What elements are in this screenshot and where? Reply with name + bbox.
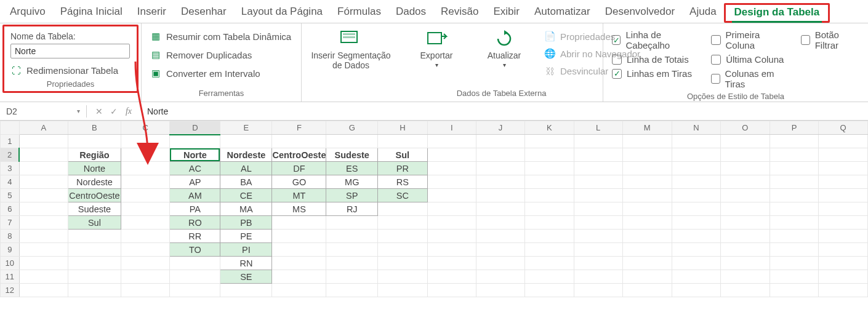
check-banded-rows[interactable]: ✓Linhas em Tiras [612, 68, 699, 79]
cell[interactable]: SP [326, 189, 378, 202]
cell[interactable] [19, 230, 68, 243]
cell[interactable] [721, 189, 770, 202]
cell[interactable]: MG [326, 175, 378, 189]
cell[interactable]: PR [378, 162, 428, 175]
cell[interactable] [19, 284, 68, 297]
cell[interactable] [378, 216, 428, 230]
cell[interactable] [476, 202, 524, 216]
cell[interactable]: AM [170, 189, 220, 202]
cell[interactable] [672, 216, 721, 230]
cell[interactable]: Norte [68, 162, 121, 175]
cell[interactable] [121, 270, 170, 284]
cell[interactable] [272, 216, 326, 230]
cell[interactable] [19, 189, 68, 202]
cell[interactable] [525, 216, 574, 230]
cell[interactable] [574, 257, 622, 270]
cell[interactable] [326, 135, 378, 148]
cell[interactable]: CE [220, 189, 272, 202]
cell[interactable]: Sul [378, 148, 428, 162]
cell[interactable] [19, 135, 68, 148]
column-header[interactable]: M [622, 121, 672, 135]
cell[interactable]: SE [220, 270, 272, 284]
cell[interactable] [721, 230, 770, 243]
column-header[interactable]: G [326, 121, 378, 135]
cell[interactable] [574, 202, 622, 216]
row-header[interactable]: 2 [1, 148, 20, 162]
cell[interactable] [68, 270, 121, 284]
row-header[interactable]: 10 [1, 257, 20, 270]
resize-table-button[interactable]: ⛶ Redimensionar Tabela [10, 63, 131, 77]
column-header[interactable]: F [272, 121, 326, 135]
cell[interactable] [574, 135, 622, 148]
cell[interactable]: RO [170, 216, 220, 230]
summarize-pivot-button[interactable]: ▦ Resumir com Tabela Dinâmica [150, 30, 291, 43]
column-header[interactable]: A [19, 121, 68, 135]
column-header[interactable]: J [476, 121, 524, 135]
cell[interactable]: PI [220, 243, 272, 257]
tab-inserir[interactable]: Inserir [130, 3, 174, 23]
cell[interactable] [525, 257, 574, 270]
cell[interactable] [574, 175, 622, 189]
cell[interactable]: TO [170, 243, 220, 257]
cell[interactable] [770, 284, 818, 297]
column-header[interactable]: I [427, 121, 476, 135]
cell[interactable] [622, 162, 672, 175]
cell[interactable] [622, 135, 672, 148]
cell[interactable] [121, 175, 170, 189]
cell[interactable] [574, 189, 622, 202]
cell[interactable]: PB [220, 216, 272, 230]
cell[interactable] [525, 175, 574, 189]
cell[interactable]: MT [272, 189, 326, 202]
cell[interactable]: CentroOeste [68, 189, 121, 202]
tab-arquivo[interactable]: Arquivo [2, 3, 53, 23]
cell[interactable] [525, 189, 574, 202]
cell[interactable] [68, 230, 121, 243]
cell[interactable] [378, 135, 428, 148]
cell[interactable] [378, 284, 428, 297]
cell[interactable] [770, 135, 818, 148]
cell[interactable]: RS [378, 175, 428, 189]
cell[interactable] [326, 284, 378, 297]
cell[interactable] [721, 148, 770, 162]
row-header[interactable]: 4 [1, 175, 20, 189]
cell[interactable] [770, 270, 818, 284]
cell[interactable] [121, 257, 170, 270]
cell[interactable] [672, 284, 721, 297]
cell[interactable]: AL [220, 162, 272, 175]
cell[interactable] [272, 284, 326, 297]
cell[interactable] [819, 270, 868, 284]
cell[interactable] [326, 243, 378, 257]
cell[interactable] [819, 202, 868, 216]
cell[interactable] [476, 148, 524, 162]
cell[interactable] [622, 230, 672, 243]
tab-design-da-tabela[interactable]: Design da Tabela [724, 3, 830, 23]
cell[interactable] [427, 148, 476, 162]
cell[interactable] [378, 230, 428, 243]
cell[interactable]: DF [272, 162, 326, 175]
cell[interactable] [525, 202, 574, 216]
tab-formulas[interactable]: Fórmulas [330, 3, 388, 23]
cell[interactable] [574, 284, 622, 297]
cell[interactable] [721, 257, 770, 270]
cell[interactable]: Sudeste [326, 148, 378, 162]
cell[interactable] [721, 284, 770, 297]
cell[interactable] [19, 257, 68, 270]
cell[interactable] [721, 202, 770, 216]
cell[interactable] [121, 216, 170, 230]
cell[interactable] [770, 148, 818, 162]
row-header[interactable]: 5 [1, 189, 20, 202]
column-header[interactable]: E [220, 121, 272, 135]
cell[interactable] [272, 257, 326, 270]
cell[interactable] [672, 175, 721, 189]
cell[interactable] [819, 135, 868, 148]
row-header[interactable]: 1 [1, 135, 20, 148]
column-header[interactable]: H [378, 121, 428, 135]
cell[interactable] [622, 257, 672, 270]
cell[interactable] [19, 243, 68, 257]
cell[interactable] [220, 135, 272, 148]
cell[interactable]: Sul [68, 216, 121, 230]
cell[interactable] [427, 230, 476, 243]
cell[interactable] [68, 257, 121, 270]
cell[interactable] [272, 243, 326, 257]
check-header-row[interactable]: ✓Linha de Cabeçalho [612, 30, 699, 50]
